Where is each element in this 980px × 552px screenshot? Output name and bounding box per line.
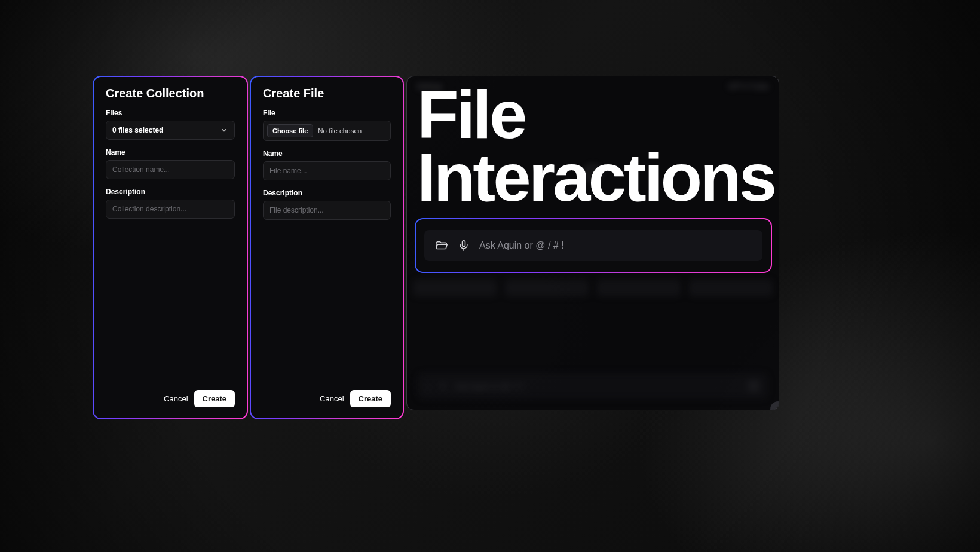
create-collection-panel: Create Collection Files 0 files selected…	[93, 76, 248, 419]
description-label: Description	[106, 188, 235, 196]
hero-title: File Interactions	[417, 84, 774, 209]
chevron-down-icon	[220, 126, 228, 134]
app-bottom-input: ⌂🎙 Ask Aquin or @ / # !	[418, 373, 768, 399]
files-selected-text: 0 files selected	[112, 126, 163, 134]
chat-input-highlight: Ask Aquin or @ / # !	[415, 218, 772, 273]
file-description-input[interactable]	[263, 201, 391, 220]
name-label: Name	[263, 149, 391, 158]
files-select[interactable]: 0 files selected	[106, 121, 235, 140]
collection-description-input[interactable]	[106, 200, 235, 219]
create-button[interactable]: Create	[194, 390, 235, 407]
name-label: Name	[106, 148, 235, 157]
svg-rect-1	[463, 241, 466, 247]
suggestion-chip	[597, 280, 681, 296]
chat-input-bar[interactable]: Ask Aquin or @ / # !	[424, 230, 762, 261]
panel-title: Create Collection	[106, 87, 235, 100]
chat-placeholder: Ask Aquin or @ / # !	[479, 240, 564, 251]
panel-title: Create File	[263, 87, 391, 100]
folder-open-icon[interactable]	[435, 239, 448, 252]
file-name-input[interactable]	[263, 161, 391, 180]
collection-name-input[interactable]	[106, 160, 235, 179]
create-button[interactable]: Create	[350, 390, 391, 407]
microphone-icon[interactable]	[458, 240, 470, 252]
files-label: Files	[106, 109, 235, 117]
file-picker-row: Choose file No file chosen	[263, 121, 391, 141]
suggestion-chip	[413, 280, 497, 296]
choose-file-button[interactable]: Choose file	[267, 124, 313, 137]
create-file-panel: Create File File Choose file No file cho…	[250, 76, 404, 419]
file-status-text: No file chosen	[318, 127, 362, 134]
description-label: Description	[263, 189, 391, 197]
cancel-button[interactable]: Cancel	[164, 394, 188, 403]
suggestion-chip	[505, 280, 589, 296]
file-label: File	[263, 109, 391, 117]
cancel-button[interactable]: Cancel	[320, 394, 344, 403]
suggestion-chip	[689, 280, 773, 296]
